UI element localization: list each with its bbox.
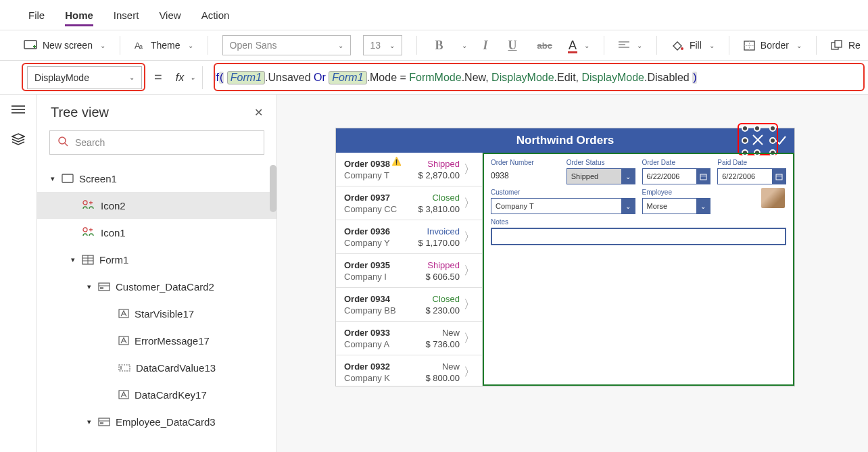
underline-button[interactable]: U (504, 36, 521, 55)
menu-action[interactable]: Action (201, 9, 230, 21)
close-icon[interactable]: ✕ (254, 106, 263, 119)
calendar-icon (772, 169, 786, 184)
order-item[interactable]: Order 0932Company KNew$ 800.00〉 (336, 355, 482, 386)
looseicon-icon (82, 200, 95, 211)
svg-rect-26 (99, 283, 110, 291)
tree-item-err17[interactable]: ErrorMessage17 (37, 327, 276, 354)
tree-item-form1[interactable]: ▾Form1 (37, 246, 276, 273)
selection-handles[interactable] (745, 128, 773, 153)
formula-input[interactable]: If( Form1.Unsaved Or Form1.Mode = FormMo… (210, 66, 868, 89)
order-item[interactable]: ⚠️Order 0938Company TShipped$ 2,870.00〉 (336, 153, 482, 186)
font-size-select[interactable]: 13 ⌄ (363, 35, 402, 55)
order-item[interactable]: Order 0933Company ANew$ 736.00〉 (336, 322, 482, 355)
paid-date-label: Paid Date (717, 159, 786, 166)
tree-title: Tree view (51, 105, 109, 120)
screen-icon (62, 174, 74, 183)
main-area: Tree view ✕ Search ▾Screen1Icon2Icon1▾Fo… (0, 95, 868, 452)
canvas-area[interactable]: Northwind Orders ⚠️Order 0938Company TSh… (277, 95, 868, 452)
chevron-down-icon: ⌄ (190, 74, 195, 81)
order-item[interactable]: Order 0935Company IShipped$ 606.50〉 (336, 254, 482, 288)
align-button[interactable]: ⌄ (619, 41, 642, 50)
new-screen-button[interactable]: New screen ⌄ (24, 40, 105, 51)
svg-rect-41 (776, 174, 782, 180)
fx-button[interactable]: fx ⌄ (169, 66, 203, 89)
chevron-down-icon: ⌄ (584, 42, 589, 49)
warning-icon: ⚠️ (391, 157, 402, 166)
menu-insert[interactable]: Insert (114, 9, 139, 21)
fx-icon: fx (176, 72, 184, 84)
border-button[interactable]: Border ⌄ (744, 40, 802, 51)
tree-list: ▾Screen1Icon2Icon1▾Form1▾Customer_DataCa… (37, 165, 276, 452)
save-check-icon[interactable] (774, 133, 788, 150)
strike-button[interactable]: abc (533, 39, 556, 53)
chevron-right-icon: 〉 (464, 364, 475, 380)
equals-sign: = (154, 70, 162, 85)
bold-button[interactable]: B (431, 36, 448, 55)
employee-select[interactable]: Morse⌄ (642, 198, 711, 214)
card-icon (98, 418, 110, 426)
tree-item-label: Screen1 (79, 173, 117, 184)
theme-icon: Aa (135, 40, 145, 51)
scrollbar[interactable] (270, 165, 276, 212)
orders-list[interactable]: ⚠️Order 0938Company TShipped$ 2,870.00〉O… (336, 153, 483, 386)
order-item[interactable]: Order 0934Company BBClosed$ 230.00〉 (336, 288, 482, 322)
reorder-button[interactable]: Re (831, 40, 861, 51)
property-selector[interactable]: DisplayMode ⌄ (27, 66, 142, 89)
font-name-select[interactable]: Open Sans ⌄ (222, 35, 351, 55)
app-preview: Northwind Orders ⚠️Order 0938Company TSh… (335, 128, 795, 386)
tree-item-dcv13[interactable]: DataCardValue13 (37, 354, 276, 381)
chevron-right-icon: 〉 (464, 229, 475, 245)
theme-button[interactable]: Aa Theme ⌄ (135, 40, 193, 51)
tree-item-dck17[interactable]: DataCardKey17 (37, 381, 276, 408)
chevron-down-icon: ⌄ (796, 42, 802, 49)
paid-date-picker[interactable]: 6/22/2006 (717, 168, 786, 184)
chevron-right-icon: 〉 (464, 161, 475, 177)
fill-button[interactable]: Fill ⌄ (671, 40, 715, 51)
customer-select[interactable]: Company T⌄ (491, 198, 635, 214)
notes-input[interactable] (491, 228, 786, 245)
order-item[interactable]: Order 0937Company CCClosed$ 3,810.00〉 (336, 186, 482, 220)
chevron-down-icon: ⌄ (462, 42, 467, 49)
tree-item-icon2[interactable]: Icon2 (37, 192, 276, 219)
align-icon (619, 41, 629, 50)
chevron-down-icon: ⌄ (621, 169, 635, 184)
font-color-button[interactable]: A ⌄ (569, 39, 589, 53)
chevron-right-icon: 〉 (464, 297, 475, 312)
chevron-down-icon: ⌄ (709, 42, 715, 49)
order-status-select[interactable]: Shipped⌄ (566, 168, 635, 184)
tree-search-input[interactable]: Search (49, 130, 264, 155)
menu-view[interactable]: View (159, 9, 180, 21)
order-date-picker[interactable]: 6/22/2006 (642, 168, 711, 184)
svg-point-20 (83, 201, 87, 205)
employee-photo (761, 188, 785, 208)
input-icon (118, 364, 130, 372)
tree-item-screen1[interactable]: ▾Screen1 (37, 165, 276, 192)
card-icon (98, 282, 110, 291)
italic-button[interactable]: I (479, 36, 492, 55)
label-icon (118, 390, 129, 399)
order-item[interactable]: Order 0936Company YInvoiced$ 1,170.00〉 (336, 220, 482, 254)
menu-home[interactable]: Home (65, 9, 93, 26)
tree-item-label: DataCardKey17 (135, 389, 207, 401)
tree-item-label: StarVisible17 (135, 308, 194, 320)
svg-point-8 (681, 47, 683, 50)
theme-label: Theme (151, 40, 180, 51)
tree-item-icon1[interactable]: Icon1 (37, 219, 276, 246)
tree-item-label: ErrorMessage17 (135, 335, 210, 347)
menu-file[interactable]: File (28, 9, 45, 21)
tree-item-cust[interactable]: ▾Customer_DataCard2 (37, 273, 276, 300)
looseicon-icon (82, 227, 95, 238)
svg-line-18 (65, 143, 68, 146)
chevron-right-icon: 〉 (464, 195, 475, 211)
layers-icon[interactable] (11, 133, 25, 147)
tree-item-emp[interactable]: ▾Employee_DataCard3 (37, 408, 276, 435)
search-placeholder: Search (75, 137, 105, 148)
svg-text:a: a (139, 43, 143, 50)
order-status-label: Order Status (566, 159, 635, 166)
svg-rect-13 (835, 41, 842, 47)
hamburger-icon[interactable] (11, 105, 25, 116)
reorder-label: Re (848, 40, 861, 51)
tree-item-star17[interactable]: StarVisible17 (37, 300, 276, 327)
order-number-label: Order Number (491, 159, 560, 166)
notes-label: Notes (491, 218, 786, 226)
